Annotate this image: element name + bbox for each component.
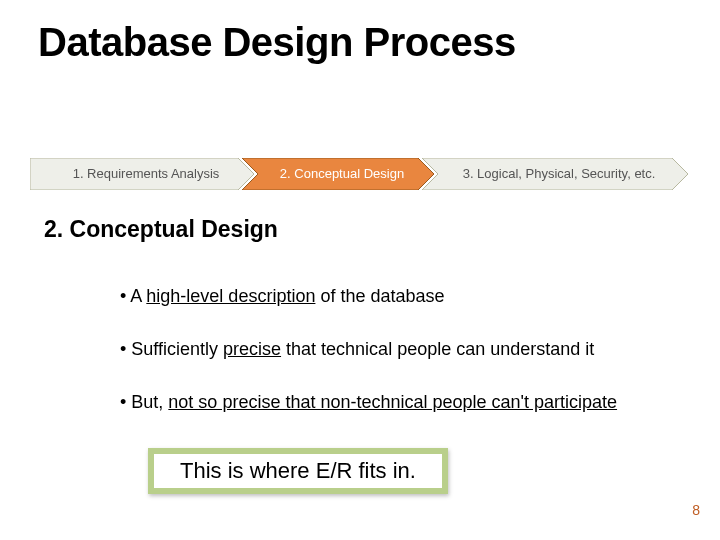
underlined-text: not so precise that non-technical people… [168,392,617,412]
chevron-label: 2. Conceptual Design [242,158,434,190]
page-number: 8 [692,502,700,518]
chevron-step-1: 1. Requirements Analysis [30,158,254,190]
bullet-list: A high-level description of the database… [80,286,700,445]
text: Sufficiently [131,339,223,359]
chevron-label: 1. Requirements Analysis [30,158,254,190]
text: A [130,286,146,306]
chevron-step-3: 3. Logical, Physical, Security, etc. [422,158,688,190]
underlined-text: precise [223,339,281,359]
chevron-label: 3. Logical, Physical, Security, etc. [422,158,688,190]
text: But, [131,392,168,412]
text: that technical people can understand it [281,339,594,359]
bullet-item: Sufficiently precise that technical peop… [120,339,700,360]
underlined-text: high-level description [146,286,315,306]
text: of the database [315,286,444,306]
bullet-item: A high-level description of the database [120,286,700,307]
bullet-item: But, not so precise that non-technical p… [120,392,700,413]
process-chevron-banner: 1. Requirements Analysis 2. Conceptual D… [30,158,690,190]
chevron-step-2: 2. Conceptual Design [242,158,434,190]
section-subtitle: 2. Conceptual Design [44,216,278,243]
callout-box: This is where E/R fits in. [148,448,448,494]
callout-text: This is where E/R fits in. [154,454,442,488]
slide-title: Database Design Process [38,20,516,65]
